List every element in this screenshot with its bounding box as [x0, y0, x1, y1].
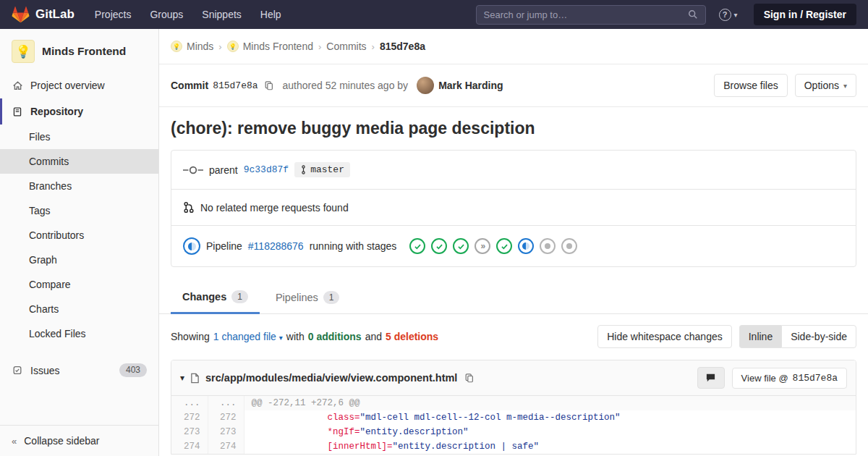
- changed-files-dropdown[interactable]: 1 changed file ▾: [213, 331, 283, 342]
- diff-view-toggle: Inline Side-by-side: [739, 325, 856, 348]
- additions-count: 0 additions: [308, 331, 362, 342]
- issues-count-badge: 403: [119, 363, 147, 377]
- stage-icon-created[interactable]: [540, 238, 556, 254]
- commit-meta-bar: Commit 815d7e8a authored 52 minutes ago …: [159, 64, 868, 107]
- sidebar-item-graph[interactable]: Graph: [0, 248, 158, 272]
- sidebar-item-compare[interactable]: Compare: [0, 272, 158, 297]
- tab-pipelines[interactable]: Pipelines 1: [264, 282, 352, 313]
- pipeline-stages: »: [409, 238, 577, 254]
- parent-label: parent: [209, 164, 238, 176]
- breadcrumb-separator: ›: [372, 41, 375, 52]
- branch-icon: [300, 165, 307, 174]
- sidebar-item-label: Issues: [30, 365, 59, 376]
- top-navbar: GitLab Projects Groups Snippets Help ? ▾…: [0, 0, 868, 29]
- collapse-file-caret-icon[interactable]: ▾: [180, 373, 184, 383]
- nav-item-projects[interactable]: Projects: [95, 9, 132, 20]
- commit-graph-icon: [183, 165, 203, 175]
- side-by-side-view-button[interactable]: Side-by-side: [781, 325, 856, 348]
- diff-table: ... ... @@ -272,11 +272,6 @@ 272 272 cla…: [171, 396, 856, 454]
- search-icon: [688, 9, 698, 20]
- breadcrumb-commits[interactable]: Commits: [326, 41, 366, 52]
- new-line-number[interactable]: 272: [208, 410, 244, 425]
- sidebar-item-project-overview[interactable]: Project overview: [0, 72, 158, 98]
- collapse-sidebar-button[interactable]: « Collapse sidebar: [0, 425, 158, 456]
- repository-submenu: Files Commits Branches Tags Contributors…: [0, 124, 158, 346]
- sidebar-item-branches[interactable]: Branches: [0, 174, 158, 198]
- project-header[interactable]: 💡 Minds Frontend: [0, 29, 158, 72]
- diff-code-line: *ngIf="entity.description": [244, 425, 856, 439]
- author-name[interactable]: Mark Harding: [438, 80, 503, 91]
- stage-icon-success[interactable]: [409, 238, 425, 254]
- stage-icon-skipped[interactable]: »: [475, 238, 490, 254]
- stage-icon-running[interactable]: [518, 238, 534, 254]
- hide-whitespace-button[interactable]: Hide whitespace changes: [597, 325, 732, 348]
- gitlab-home-link[interactable]: GitLab: [12, 6, 75, 23]
- new-line-number[interactable]: 273: [208, 425, 244, 439]
- diff-line-row: 272 272 class="mdl-cell mdl-cell--12-col…: [171, 410, 856, 425]
- breadcrumb-separator: ›: [318, 41, 321, 52]
- sidebar-item-repository[interactable]: Repository: [0, 98, 158, 124]
- stage-icon-success[interactable]: [496, 238, 512, 254]
- signin-register-button[interactable]: Sign in / Register: [754, 4, 856, 25]
- commit-title: (chore): remove buggy media page descipt…: [159, 107, 868, 141]
- showing-label: Showing: [171, 331, 210, 342]
- view-file-button[interactable]: View file @815d7e8a: [732, 368, 847, 389]
- double-chevron-left-icon: «: [12, 436, 17, 447]
- old-line-number[interactable]: 274: [171, 439, 208, 454]
- diff-hunk-row: ... ... @@ -272,11 +272,6 @@: [171, 396, 856, 410]
- browse-files-button[interactable]: Browse files: [714, 74, 787, 97]
- nav-item-groups[interactable]: Groups: [150, 9, 183, 20]
- chevron-down-icon: ▾: [843, 82, 847, 90]
- sidebar-item-commits[interactable]: Commits: [0, 149, 158, 174]
- sidebar-item-contributors[interactable]: Contributors: [0, 223, 158, 248]
- main-nav: Projects Groups Snippets Help: [95, 9, 281, 20]
- sidebar-item-files[interactable]: Files: [0, 124, 158, 149]
- no-merge-requests-text: No related merge requests found: [200, 202, 349, 214]
- old-line-number[interactable]: 272: [171, 410, 208, 425]
- file-path[interactable]: src/app/modules/media/view/view.componen…: [205, 372, 457, 384]
- issues-icon: [12, 365, 23, 376]
- old-line-number[interactable]: 273: [171, 425, 208, 439]
- sidebar-item-label: Repository: [30, 106, 83, 117]
- changes-count-badge: 1: [231, 290, 248, 303]
- new-line-number[interactable]: 274: [208, 439, 244, 454]
- pipeline-row: Pipeline #118288676 running with stages …: [171, 225, 856, 266]
- stage-icon-created[interactable]: [561, 238, 577, 254]
- commit-tabs: Changes 1 Pipelines 1: [159, 282, 868, 314]
- pipeline-status-text: running with stages: [310, 240, 397, 252]
- file-icon: [190, 373, 200, 384]
- nav-item-snippets[interactable]: Snippets: [202, 9, 241, 20]
- pipeline-running-icon[interactable]: [183, 237, 200, 255]
- diff-code-line: [innerHtml]="entity.description | safe": [244, 439, 856, 454]
- copy-sha-button[interactable]: [263, 80, 276, 91]
- parent-sha-link[interactable]: 9c33d87f: [244, 164, 289, 175]
- help-dropdown[interactable]: ? ▾: [719, 9, 738, 21]
- and-label: and: [365, 331, 382, 342]
- copy-file-path-button[interactable]: [463, 373, 476, 384]
- question-circle-icon: ?: [719, 9, 731, 21]
- chevron-down-icon: ▾: [279, 334, 283, 342]
- minds-frontend-avatar: 💡: [227, 41, 239, 52]
- sidebar-item-locked-files[interactable]: Locked Files: [0, 321, 158, 346]
- project-avatar: 💡: [12, 40, 35, 63]
- stage-icon-success[interactable]: [453, 238, 469, 254]
- tab-changes[interactable]: Changes 1: [171, 282, 260, 314]
- diff-line-row: 274 274 [innerHtml]="entity.description …: [171, 439, 856, 454]
- gitlab-tanuki-icon: [12, 6, 30, 23]
- global-search[interactable]: [476, 5, 706, 25]
- inline-view-button[interactable]: Inline: [739, 325, 781, 348]
- stage-icon-success[interactable]: [431, 238, 447, 254]
- sidebar-item-charts[interactable]: Charts: [0, 297, 158, 321]
- search-input[interactable]: [484, 9, 688, 20]
- breadcrumb-minds-frontend[interactable]: 💡 Minds Frontend: [227, 41, 313, 52]
- breadcrumb-minds[interactable]: 💡 Minds: [171, 41, 213, 52]
- author-avatar[interactable]: [417, 77, 434, 94]
- pipeline-id-link[interactable]: #118288676: [248, 240, 304, 252]
- comment-icon: [705, 373, 716, 383]
- sidebar-item-issues[interactable]: Issues 403: [0, 356, 158, 384]
- nav-item-help[interactable]: Help: [260, 9, 281, 20]
- branch-chip[interactable]: master: [294, 162, 350, 177]
- sidebar-item-tags[interactable]: Tags: [0, 198, 158, 223]
- toggle-comments-button[interactable]: [697, 367, 725, 389]
- options-dropdown-button[interactable]: Options▾: [795, 74, 856, 97]
